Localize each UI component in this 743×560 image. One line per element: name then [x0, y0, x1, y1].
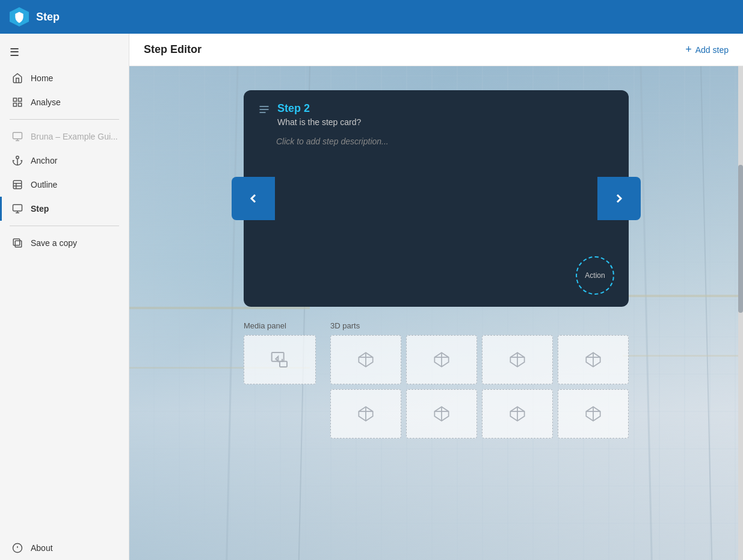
- sidebar-item-home[interactable]: Home: [0, 66, 129, 90]
- step-card-header: Step 2 What is the step card?: [258, 102, 614, 127]
- content-area: Step Editor + Add step: [129, 34, 743, 560]
- anchor-icon: [11, 155, 23, 167]
- step-icon: [11, 203, 23, 215]
- step-card-description[interactable]: Click to add step description...: [276, 137, 614, 146]
- sidebar-item-step[interactable]: Step: [0, 197, 129, 221]
- parts-slot-4[interactable]: [558, 335, 629, 384]
- sidebar-item-analyse-label: Analyse: [31, 97, 61, 107]
- scrollbar-track[interactable]: [738, 66, 743, 560]
- arrow-right-icon: [612, 191, 626, 206]
- sidebar-item-guide-label: Bruna – Example Gui...: [31, 132, 118, 141]
- svg-point-5: [16, 156, 19, 159]
- parts-panel-row2: [330, 389, 629, 438]
- svg-rect-1: [19, 98, 22, 101]
- step-card-title-group: Step 2 What is the step card?: [277, 102, 614, 127]
- action-button-label: Action: [585, 271, 605, 280]
- sidebar-item-guide: Bruna – Example Gui...: [0, 125, 129, 149]
- media-panel-label: Media panel: [244, 321, 316, 330]
- media-panel-group: Media panel: [244, 321, 316, 438]
- home-icon: [11, 72, 23, 84]
- guide-icon: [11, 131, 23, 143]
- scrollbar-thumb[interactable]: [738, 165, 743, 313]
- editor-canvas: Step 2 What is the step card? Click to a…: [129, 66, 743, 560]
- add-step-plus-icon: +: [685, 43, 692, 56]
- svg-marker-31: [276, 357, 278, 362]
- prev-step-button[interactable]: [232, 177, 275, 220]
- parts-slot-1-icon: [357, 351, 374, 368]
- save-copy-icon: [11, 237, 23, 249]
- about-icon: [11, 542, 23, 554]
- parts-slot-3[interactable]: [482, 335, 553, 384]
- step-card-wrapper: Step 2 What is the step card? Click to a…: [244, 90, 629, 307]
- svg-rect-32: [280, 362, 287, 367]
- parts-panel-label: 3D parts: [330, 321, 629, 330]
- parts-panel-row1: [330, 335, 629, 384]
- parts-slot-8-icon: [585, 405, 602, 422]
- arrow-left-icon: [246, 191, 261, 206]
- divider-1: [10, 119, 119, 120]
- sidebar-item-about-label: About: [31, 543, 53, 553]
- sidebar-item-step-label: Step: [31, 204, 49, 214]
- sidebar-item-save-copy[interactable]: Save a copy: [0, 231, 129, 255]
- next-step-button[interactable]: [597, 177, 641, 220]
- analyse-icon: [11, 96, 23, 108]
- hamburger-menu[interactable]: ☰: [0, 38, 129, 66]
- add-step-button[interactable]: + Add step: [685, 43, 729, 56]
- add-step-label: Add step: [695, 45, 729, 55]
- svg-rect-14: [13, 239, 20, 245]
- action-button[interactable]: Action: [576, 256, 614, 295]
- divider-2: [10, 226, 119, 226]
- step-card-subtitle: What is the step card?: [277, 117, 614, 127]
- app-logo-icon: [10, 7, 29, 26]
- svg-rect-0: [13, 98, 16, 101]
- parts-slot-6-icon: [433, 405, 450, 422]
- parts-slot-1[interactable]: [330, 335, 401, 384]
- svg-rect-2: [13, 103, 16, 106]
- sidebar-item-anchor[interactable]: Anchor: [0, 149, 129, 173]
- parts-slot-5[interactable]: [330, 389, 401, 438]
- sidebar-bottom: About: [0, 536, 129, 560]
- sidebar: ☰ Home Analyse: [0, 34, 129, 560]
- parts-slot-5-icon: [357, 405, 374, 422]
- media-panel-slots: [244, 335, 316, 384]
- editor-header: Step Editor + Add step: [129, 34, 743, 66]
- svg-rect-3: [19, 103, 22, 106]
- sidebar-item-anchor-label: Anchor: [31, 156, 57, 165]
- parts-slot-6[interactable]: [406, 389, 477, 438]
- sidebar-item-about[interactable]: About: [0, 536, 129, 560]
- parts-slot-3-icon: [509, 351, 526, 368]
- parts-slot-2-icon: [433, 351, 450, 368]
- parts-slot-4-icon: [585, 351, 602, 368]
- logo-svg: [13, 11, 25, 23]
- panels-row: Media panel: [244, 321, 629, 438]
- step-card: Step 2 What is the step card? Click to a…: [244, 90, 629, 307]
- parts-slot-7-icon: [509, 405, 526, 422]
- step-card-title: Step 2: [277, 102, 614, 115]
- app-title: Step: [36, 11, 60, 23]
- parts-slot-7[interactable]: [482, 389, 553, 438]
- parts-slot-2[interactable]: [406, 335, 477, 384]
- svg-rect-7: [13, 180, 22, 189]
- sidebar-item-outline-label: Outline: [31, 180, 57, 189]
- svg-rect-4: [13, 132, 22, 139]
- sidebar-item-analyse[interactable]: Analyse: [0, 90, 129, 114]
- sidebar-item-outline[interactable]: Outline: [0, 173, 129, 197]
- sidebar-item-save-copy-label: Save a copy: [31, 238, 77, 248]
- media-panel-slot[interactable]: [244, 335, 316, 384]
- media-slot-icon: [270, 350, 289, 369]
- editor-scroll-content: Step 2 What is the step card? Click to a…: [129, 66, 743, 560]
- panels-section: Media panel: [244, 321, 629, 443]
- step-lines-icon: [258, 103, 270, 118]
- editor-title: Step Editor: [144, 43, 202, 56]
- parts-panel-group: 3D parts: [330, 321, 629, 438]
- sidebar-item-home-label: Home: [31, 73, 53, 83]
- outline-icon: [11, 179, 23, 191]
- svg-rect-15: [15, 241, 22, 247]
- svg-rect-11: [13, 205, 22, 211]
- parts-slot-8[interactable]: [558, 389, 629, 438]
